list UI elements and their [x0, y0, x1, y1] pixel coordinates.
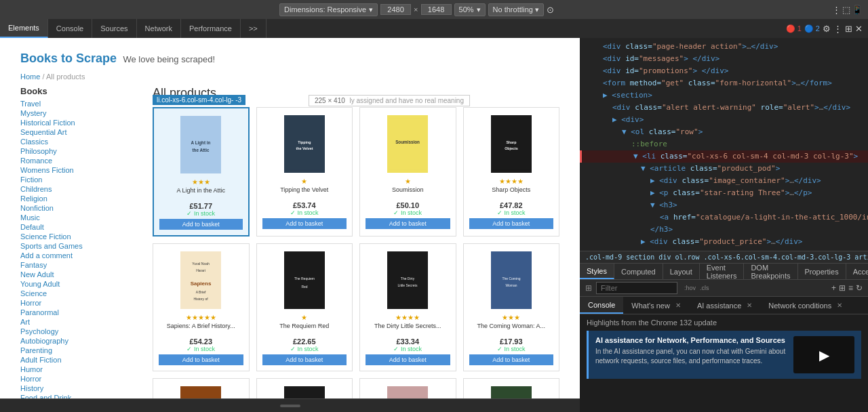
tree-node-9[interactable]: ::before	[580, 138, 868, 150]
list-item: Science Fiction	[20, 232, 142, 241]
zoom-label: 50%	[459, 5, 474, 14]
close-ai-icon[interactable]: ✕	[747, 302, 752, 309]
list-item: Mystery	[20, 109, 142, 117]
throttle-dropdown[interactable]: No throttling ▾	[488, 3, 544, 16]
product-title-5: Sapiens: A Brief History...	[159, 323, 243, 336]
tree-node-14[interactable]: <a href="catalogue/a-light-in-the-attic_…	[580, 211, 868, 224]
add-to-basket-1[interactable]: Add to basket	[159, 219, 243, 230]
tree-node-11[interactable]: ▶ <div class="image_container">…</div>	[580, 175, 868, 187]
styles-icon-group: + ⊞ ≡ ↻	[831, 283, 863, 293]
tree-node-1[interactable]: <div class="page-header action">…</div>	[580, 41, 868, 53]
list-item: Young Adult	[20, 280, 142, 288]
add-to-basket-4[interactable]: Add to basket	[469, 218, 554, 229]
sidebar-list: Travel Mystery Historical Fiction Sequen…	[20, 100, 142, 398]
tree-node-5[interactable]: ▶ <section>	[580, 89, 868, 102]
price-1: £51.77	[159, 202, 243, 210]
tree-node-13[interactable]: ▼ <h3>	[580, 199, 868, 211]
tree-node-15[interactable]: </h3>	[580, 224, 868, 236]
html-tree: <div class="page-header action">…</div> …	[580, 38, 868, 251]
tree-node-4[interactable]: <form method="get" class="form-horizonta…	[580, 77, 868, 89]
stars-7: ★★★★	[366, 314, 450, 321]
size-tooltip: 225 × 410 ly assigned and have no real m…	[309, 95, 470, 106]
list-item: Autobiography	[20, 337, 142, 345]
svg-text:History of: History of	[194, 297, 209, 301]
console-tab-network-conditions[interactable]: Network conditions ✕	[760, 297, 850, 314]
tree-node-2[interactable]: <div id="messages"> </div>	[580, 53, 868, 65]
product-image-6: The RequiemRed	[281, 249, 328, 310]
resize-handle[interactable]	[280, 405, 300, 407]
dimensions-dropdown[interactable]: Dimensions: Responsive ▾	[279, 3, 378, 16]
tab-computed[interactable]: Computed	[614, 264, 663, 279]
list-item: Childrens	[20, 185, 142, 193]
product-image-1: A Light inthe Attic	[177, 114, 224, 175]
product-card-12: Shakespeare'sSonnets ★★★★ Shakespeare's …	[463, 378, 560, 398]
width-input[interactable]	[380, 4, 411, 15]
tab-more[interactable]: >>	[241, 19, 267, 38]
tab-dom-breakpoints[interactable]: DOM Breakpoints	[744, 264, 797, 279]
add-to-basket-6[interactable]: Add to basket	[262, 354, 347, 365]
tab-sources[interactable]: Sources	[92, 19, 136, 38]
add-style-icon[interactable]: +	[831, 283, 836, 293]
console-area: Console What's new ✕ AI assistance ✕ Net…	[580, 297, 868, 412]
close-whats-new-icon[interactable]: ✕	[675, 302, 681, 309]
device-icon[interactable]: 📱	[852, 5, 863, 15]
product-card-8: The ComingWoman ★★★ The Coming Woman: A.…	[463, 243, 560, 371]
tree-node-12[interactable]: ▶ <p class="star-rating Three">…</p>	[580, 187, 868, 199]
add-to-basket-2[interactable]: Add to basket	[262, 218, 347, 229]
tree-node-3[interactable]: <div id="promotions"> </div>	[580, 65, 868, 77]
network-icon[interactable]: ⊙	[547, 5, 554, 15]
tab-properties[interactable]: Properties	[798, 264, 846, 279]
toolbar-right: ⋮ ⬚ 📱	[832, 5, 863, 15]
svg-text:the Attic: the Attic	[193, 147, 210, 152]
zoom-dropdown[interactable]: 50% ▾	[454, 3, 486, 16]
tree-node-16[interactable]: ▶ <div class="product_price">…</div>	[580, 236, 868, 248]
grid-icon[interactable]: ⊞	[839, 283, 846, 293]
console-tab-console[interactable]: Console	[580, 297, 623, 314]
refresh-icon[interactable]: ↻	[856, 283, 863, 293]
tab-accessibility[interactable]: Accessibility	[846, 264, 868, 279]
tab-styles[interactable]: Styles	[580, 264, 614, 279]
svg-text:Woman: Woman	[505, 283, 517, 287]
product-card-11: StarvingHearts ★★★★ Starving Hearts (Tri…	[359, 378, 456, 398]
browser-pane: Books to Scrape We love being scraped! H…	[0, 38, 580, 412]
tab-network[interactable]: Network	[137, 19, 181, 38]
stars-2: ★	[262, 178, 347, 185]
close-network-icon[interactable]: ✕	[837, 302, 842, 309]
add-to-basket-7[interactable]: Add to basket	[366, 354, 450, 365]
console-tab-whats-new[interactable]: What's new ✕	[623, 297, 689, 314]
filter-input[interactable]	[596, 282, 677, 294]
height-input[interactable]	[421, 4, 452, 15]
breadcrumb-home-link[interactable]: Home	[20, 73, 40, 81]
video-thumbnail[interactable]: ▶	[793, 336, 854, 373]
tree-node-10[interactable]: ▼ <article class="product_pod">	[580, 163, 868, 175]
settings-icon[interactable]: ⚙	[823, 24, 831, 34]
list-item: Default	[20, 223, 142, 231]
product-title-6: The Requiem Red	[262, 323, 347, 336]
undock-icon[interactable]: ⊞	[845, 24, 852, 34]
tab-event-listeners[interactable]: Event Listeners	[700, 264, 745, 279]
tab-elements[interactable]: Elements	[0, 19, 48, 38]
add-to-basket-5[interactable]: Add to basket	[159, 354, 243, 365]
ai-assistance-banner: AI assistance for Network, Performance, …	[587, 331, 861, 379]
banner-title: AI assistance for Network, Performance, …	[595, 336, 787, 344]
tab-performance[interactable]: Performance	[181, 19, 241, 38]
stars-6: ★	[262, 314, 347, 321]
tab-layout[interactable]: Layout	[663, 264, 700, 279]
stock-3: ✓ In stock	[366, 209, 450, 216]
list-icon[interactable]: ≡	[848, 283, 853, 293]
tab-console[interactable]: Console	[48, 19, 92, 38]
tree-node-8[interactable]: ▼ <ol class="row">	[580, 126, 868, 138]
console-tab-ai[interactable]: AI assistance ✕	[689, 297, 760, 314]
add-to-basket-3[interactable]: Add to basket	[366, 218, 450, 229]
tree-node-7[interactable]: ▶ <div>	[580, 114, 868, 126]
svg-text:Soumission: Soumission	[395, 140, 420, 144]
ellipsis-icon[interactable]: ⋮	[833, 24, 842, 34]
close-devtools-icon[interactable]: ✕	[855, 24, 863, 34]
console-tab-bar: Console What's new ✕ AI assistance ✕ Net…	[580, 297, 868, 314]
more-icon[interactable]: ⋮	[832, 5, 841, 15]
inspect-icon[interactable]: ⬚	[842, 5, 850, 15]
add-to-basket-8[interactable]: Add to basket	[469, 354, 554, 365]
tree-node-6[interactable]: <div class="alert alert-warning" role="a…	[580, 102, 868, 114]
product-title-4: Sharp Objects	[469, 186, 554, 200]
tree-node-selected[interactable]: ▼ <li class="col-xs-6 col-sm-4 col-md-3 …	[580, 150, 868, 163]
